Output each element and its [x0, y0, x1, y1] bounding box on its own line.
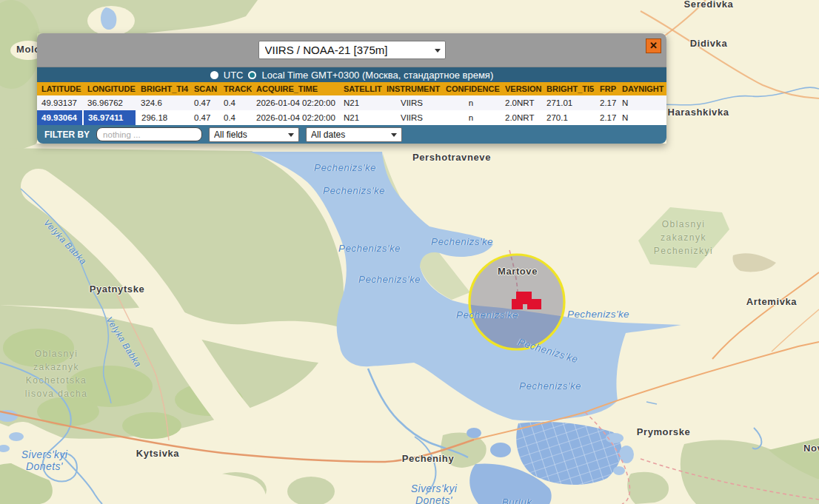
col-acquire-time[interactable]: ACQUIRE_TIME — [252, 82, 339, 95]
table-row[interactable]: 49.93137 36.96762 324.6 0.47 0.4 2026-01… — [37, 95, 666, 110]
local-time-radio-label[interactable]: Local Time GMT+0300 (Москва, стандартное… — [261, 70, 493, 81]
col-bright-ti4[interactable]: BRIGHT_TI4 — [136, 82, 190, 95]
cell-latitude-selected[interactable]: 49.93064 — [37, 110, 83, 125]
cell-confidence: n — [441, 110, 501, 125]
local-time-radio[interactable] — [248, 71, 256, 79]
panel-header: VIIRS / NOAA-21 [375m] ✕ — [37, 33, 666, 67]
col-track[interactable]: TRACK — [219, 82, 252, 95]
col-instrument[interactable]: INSTRUMENT — [382, 82, 441, 95]
cell-track: 0.4 — [219, 95, 252, 110]
col-version[interactable]: VERSION — [501, 82, 542, 95]
filter-dates-select[interactable]: All dates — [306, 127, 402, 142]
col-daynight[interactable]: DAYNIGHT — [618, 82, 666, 95]
cell-daynight: N — [618, 110, 666, 125]
map-viewport[interactable]: Seredivka Didivka Molo Harashkivka Persh… — [0, 0, 819, 504]
cell-bright-ti5: 271.01 — [542, 95, 595, 110]
table-row-selected[interactable]: 49.93064 36.97411 296.18 0.47 0.4 2026-0… — [37, 110, 666, 125]
close-button[interactable]: ✕ — [646, 38, 661, 53]
cell-frp: 2.17 — [595, 95, 618, 110]
filter-text-input[interactable] — [96, 127, 202, 141]
cell-instrument: VIIRS — [382, 110, 441, 125]
fire-detections-table: LATITUDE LONGITUDE BRIGHT_TI4 SCAN TRACK… — [37, 82, 666, 125]
firms-detection-panel: VIIRS / NOAA-21 [375m] ✕ UTC Local Time … — [37, 33, 666, 144]
cell-track: 0.4 — [219, 110, 252, 125]
cell-satellite: N21 — [339, 110, 382, 125]
col-frp[interactable]: FRP — [595, 82, 618, 95]
table-header-row: LATITUDE LONGITUDE BRIGHT_TI4 SCAN TRACK… — [37, 82, 666, 95]
cell-confidence: n — [441, 95, 501, 110]
col-confidence[interactable]: CONFIDENCE — [441, 82, 501, 95]
col-scan[interactable]: SCAN — [190, 82, 219, 95]
cell-acquire-time: 2026-01-04 02:20:00 — [252, 110, 339, 125]
dates-select-wrap: All dates — [306, 127, 402, 142]
cell-frp: 2.17 — [595, 110, 618, 125]
satellite-source-select[interactable]: VIIRS / NOAA-21 [375m] — [258, 41, 446, 59]
cell-longitude[interactable]: 36.96762 — [83, 95, 136, 110]
cell-version: 2.0NRT — [501, 95, 542, 110]
fields-select-wrap: All fields — [209, 127, 299, 142]
cell-acquire-time: 2026-01-04 02:20:00 — [252, 95, 339, 110]
cell-bright-ti4: 324.6 — [136, 95, 190, 110]
col-longitude[interactable]: LONGITUDE — [83, 82, 136, 95]
cell-bright-ti4: 296.18 — [136, 110, 190, 125]
cell-version: 2.0NRT — [501, 110, 542, 125]
cell-daynight: N — [618, 95, 666, 110]
cell-instrument: VIIRS — [382, 95, 441, 110]
col-bright-ti5[interactable]: BRIGHT_TI5 — [542, 82, 595, 95]
col-latitude[interactable]: LATITUDE — [37, 82, 83, 95]
source-select-wrap: VIIRS / NOAA-21 [375m] — [258, 41, 446, 59]
filter-bar: FILTER BY All fields All dates — [37, 125, 666, 144]
utc-radio-label[interactable]: UTC — [224, 70, 244, 81]
cell-scan: 0.47 — [190, 95, 219, 110]
utc-radio[interactable] — [210, 71, 218, 79]
filter-by-label: FILTER BY — [44, 130, 90, 140]
cell-latitude[interactable]: 49.93137 — [37, 95, 83, 110]
cell-longitude-selected[interactable]: 36.97411 — [83, 110, 136, 125]
time-mode-bar: UTC Local Time GMT+0300 (Москва, стандар… — [37, 67, 666, 82]
cell-scan: 0.47 — [190, 110, 219, 125]
col-satellite[interactable]: SATELLITE — [339, 82, 382, 95]
filter-fields-select[interactable]: All fields — [209, 127, 299, 142]
cell-satellite: N21 — [339, 95, 382, 110]
cell-bright-ti5: 270.1 — [542, 110, 595, 125]
